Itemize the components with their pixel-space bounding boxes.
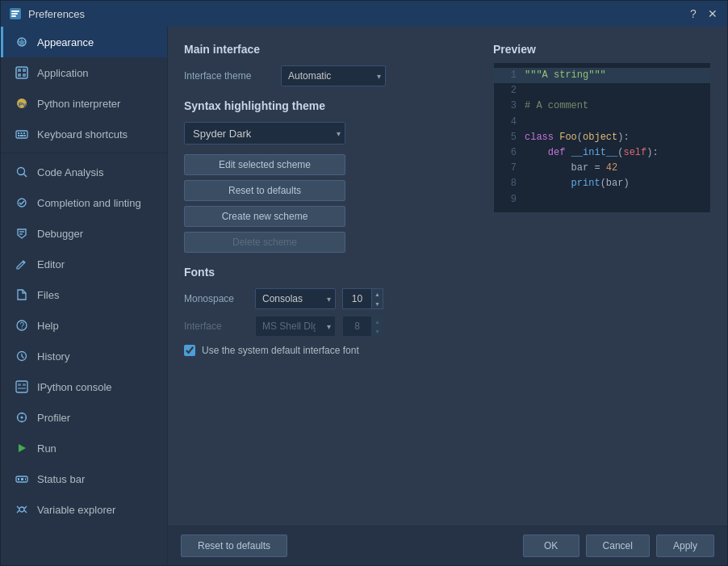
sidebar-item-files[interactable]: Files xyxy=(1,279,167,310)
run-icon xyxy=(15,441,29,455)
sidebar-label-keyboard: Keyboard shortcuts xyxy=(37,128,128,140)
interface-theme-row: Interface theme Automatic Light Dark ▾ xyxy=(184,65,477,86)
monospace-font-select[interactable]: Consolas Courier New Monaco xyxy=(255,288,336,309)
code-line-3: 3 # A comment xyxy=(494,99,710,114)
system-font-checkbox[interactable] xyxy=(184,345,195,356)
content-inner: Main interface Interface theme Automatic… xyxy=(168,27,727,526)
application-icon xyxy=(15,65,29,80)
code-content-1: """A string""" xyxy=(525,68,704,83)
interface-font-select[interactable]: MS Shell Dlg 2 Segoe UI Arial xyxy=(255,316,336,337)
monospace-label: Monospace xyxy=(184,293,249,304)
footer-apply-button[interactable]: Apply xyxy=(656,535,714,557)
reset-scheme-button[interactable]: Reset to defaults xyxy=(184,180,345,201)
help-button[interactable]: ? xyxy=(687,7,700,20)
close-button[interactable]: ✕ xyxy=(706,7,719,20)
sidebar-item-completion-linting[interactable]: Completion and linting xyxy=(1,187,167,218)
profiler-icon xyxy=(15,410,29,425)
content-panel: Main interface Interface theme Automatic… xyxy=(168,27,727,565)
svg-rect-7 xyxy=(23,69,26,72)
interface-theme-select[interactable]: Automatic Light Dark xyxy=(281,65,386,86)
interface-theme-label: Interface theme xyxy=(184,70,273,82)
system-font-row: Use the system default interface font xyxy=(184,345,477,356)
interface-size-input[interactable] xyxy=(342,316,371,337)
sidebar-item-ipython[interactable]: IPython console xyxy=(1,371,167,402)
interface-theme-select-wrapper: Automatic Light Dark ▾ xyxy=(281,65,386,86)
preferences-window: Preferences ? ✕ Appearance xyxy=(0,0,728,566)
code-content-8: print(bar) xyxy=(525,176,704,191)
sidebar-item-debugger[interactable]: Debugger xyxy=(1,218,167,249)
delete-scheme-button[interactable]: Delete scheme xyxy=(184,232,345,253)
footer-right: OK Cancel Apply xyxy=(523,535,714,557)
sidebar-separator-1 xyxy=(1,153,167,153)
line-num-4: 4 xyxy=(500,115,517,130)
sidebar-item-history[interactable]: History xyxy=(1,341,167,371)
svg-text:Py: Py xyxy=(19,101,27,108)
code-content-9 xyxy=(525,192,704,208)
syntax-theme-select-wrapper: Spyder Dark Spyder Monokai Zenburn ▾ xyxy=(184,122,345,145)
svg-rect-5 xyxy=(16,67,27,78)
svg-rect-18 xyxy=(24,135,26,136)
svg-line-45 xyxy=(17,506,19,509)
svg-rect-2 xyxy=(11,13,18,15)
svg-rect-31 xyxy=(23,384,26,386)
sidebar-label-status-bar: Status bar xyxy=(37,473,85,485)
interface-font-row: Interface MS Shell Dlg 2 Segoe UI Arial … xyxy=(184,316,477,337)
line-num-3: 3 xyxy=(500,99,517,114)
edit-scheme-button[interactable]: Edit selected scheme xyxy=(184,154,345,175)
sidebar-item-status-bar[interactable]: Status bar xyxy=(1,463,167,494)
footer-ok-button[interactable]: OK xyxy=(523,535,579,557)
code-line-6: 6 def __init__(self): xyxy=(494,145,710,161)
sidebar-item-variable-explorer[interactable]: Variable explorer xyxy=(1,494,167,525)
svg-rect-6 xyxy=(18,69,21,72)
sidebar-item-code-analysis[interactable]: Code Analysis xyxy=(1,157,167,187)
sidebar-label-variable-explorer: Variable explorer xyxy=(37,504,115,516)
sidebar-item-python-interpreter[interactable]: Py Python interpreter xyxy=(1,88,167,119)
svg-line-47 xyxy=(17,510,19,513)
interface-size-up[interactable]: ▲ xyxy=(372,317,383,326)
svg-rect-14 xyxy=(21,132,23,134)
svg-rect-8 xyxy=(18,73,21,77)
svg-rect-41 xyxy=(18,478,19,480)
monospace-font-wrapper: Consolas Courier New Monaco ▾ xyxy=(255,288,336,309)
syntax-highlight-title: Syntax highlighting theme xyxy=(184,99,477,112)
python-icon: Py xyxy=(15,96,29,111)
sidebar-item-appearance[interactable]: Appearance xyxy=(1,27,167,57)
svg-line-20 xyxy=(24,174,27,178)
code-content-4 xyxy=(525,115,704,130)
completion-icon xyxy=(15,195,29,210)
interface-font-label: Interface xyxy=(184,321,249,332)
svg-rect-30 xyxy=(18,384,21,386)
sidebar-label-editor: Editor xyxy=(37,258,65,270)
sidebar: Appearance Application xyxy=(1,27,168,565)
code-analysis-icon xyxy=(15,165,29,179)
svg-rect-3 xyxy=(11,15,16,17)
sidebar-item-help[interactable]: ? Help xyxy=(1,310,167,341)
code-content-6: def __init__(self): xyxy=(525,145,704,161)
create-scheme-button[interactable]: Create new scheme xyxy=(184,206,345,227)
monospace-size-input[interactable] xyxy=(342,288,371,309)
monospace-size-down[interactable]: ▼ xyxy=(372,299,383,308)
line-num-9: 9 xyxy=(500,192,517,208)
interface-size-down[interactable]: ▼ xyxy=(372,326,383,336)
preview-title: Preview xyxy=(493,43,711,56)
footer-cancel-button[interactable]: Cancel xyxy=(586,535,650,557)
sidebar-label-profiler: Profiler xyxy=(37,412,70,424)
line-num-8: 8 xyxy=(500,176,517,191)
sidebar-label-help: Help xyxy=(37,320,59,332)
svg-rect-17 xyxy=(20,135,24,136)
line-num-6: 6 xyxy=(500,145,517,161)
sidebar-item-application[interactable]: Application xyxy=(1,57,167,88)
monospace-size-up[interactable]: ▲ xyxy=(372,289,383,299)
line-num-2: 2 xyxy=(500,83,517,99)
sidebar-item-editor[interactable]: Editor xyxy=(1,249,167,279)
line-num-5: 5 xyxy=(500,130,517,145)
svg-rect-42 xyxy=(21,478,23,480)
svg-point-19 xyxy=(18,168,25,175)
sidebar-item-keyboard-shortcuts[interactable]: Keyboard shortcuts xyxy=(1,119,167,149)
svg-rect-32 xyxy=(18,388,26,389)
code-preview: 1 """A string""" 2 3 # A comment xyxy=(494,63,710,212)
sidebar-item-profiler[interactable]: Profiler xyxy=(1,402,167,433)
syntax-theme-select[interactable]: Spyder Dark Spyder Monokai Zenburn xyxy=(184,122,345,145)
sidebar-item-run[interactable]: Run xyxy=(1,433,167,463)
footer-reset-button[interactable]: Reset to defaults xyxy=(181,535,287,557)
